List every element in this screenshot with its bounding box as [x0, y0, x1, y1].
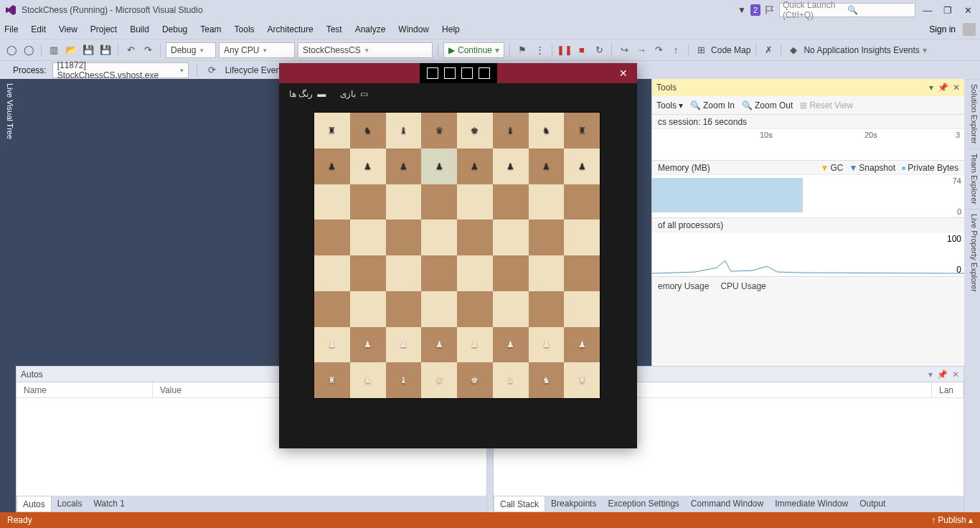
chess-piece[interactable]: ♟ [542, 162, 550, 171]
solution-explorer-tab[interactable]: Solution Explorer [964, 79, 980, 148]
board-square[interactable] [314, 184, 350, 220]
panel-pin-icon[interactable]: 📌 [938, 82, 948, 93]
redo-icon[interactable]: ↷ [141, 43, 155, 57]
board-square[interactable] [457, 255, 493, 291]
board-square[interactable] [314, 255, 350, 291]
board-square[interactable]: ♝ [386, 362, 422, 398]
feedback-flag-icon[interactable] [765, 5, 775, 15]
board-square[interactable]: ♟ [386, 327, 422, 363]
chess-piece[interactable]: ♚ [471, 126, 479, 135]
codemap-icon[interactable]: ⊞ [694, 43, 708, 57]
cpu-chart[interactable]: 100 0 [652, 232, 964, 277]
board-square[interactable] [529, 220, 565, 255]
chess-piece[interactable]: ♟ [328, 162, 336, 171]
platform-combo[interactable]: Any CPU▾ [219, 42, 295, 58]
chess-piece[interactable]: ♞ [364, 376, 372, 385]
chess-piece[interactable]: ♟ [578, 162, 586, 171]
step-into-icon[interactable]: → [634, 43, 649, 57]
step-next-icon[interactable]: ↪ [617, 43, 631, 57]
continue-button[interactable]: ▶ Continue ▾ [443, 42, 504, 58]
board-square[interactable]: ♚ [457, 362, 493, 398]
menu-help[interactable]: Help [442, 24, 460, 34]
process-combo[interactable]: [11872] StockChessCS.vshost.exe▾ [52, 62, 189, 78]
cs-pin-icon[interactable]: 📌 [937, 369, 948, 380]
close-button[interactable]: ✕ [960, 5, 976, 16]
board-square[interactable] [386, 220, 422, 255]
chess-piece[interactable]: ♛ [435, 126, 443, 135]
chess-piece[interactable]: ♟ [364, 340, 372, 349]
panel-menu-icon[interactable]: ▾ [929, 82, 933, 93]
restore-button[interactable]: ❐ [940, 5, 956, 16]
menu-view[interactable]: View [59, 24, 77, 34]
app-close-button[interactable]: ✕ [613, 67, 634, 79]
publish-button[interactable]: ↑ Publish ▴ [931, 515, 973, 525]
menu-edit[interactable]: Edit [31, 24, 46, 34]
chess-piece[interactable]: ♝ [507, 376, 514, 385]
chess-piece[interactable]: ♟ [435, 162, 443, 171]
pause-icon[interactable]: ❚❚ [557, 43, 572, 57]
board-square[interactable]: ♟ [493, 148, 529, 184]
board-square[interactable]: ♝ [386, 113, 422, 148]
autos-col-name[interactable]: Name [17, 382, 153, 397]
save-icon[interactable]: 💾 [81, 43, 95, 57]
chess-piece[interactable]: ♟ [435, 340, 443, 349]
board-square[interactable]: ♟ [493, 327, 529, 363]
diag-tab-cpu[interactable]: CPU Usage [720, 281, 765, 291]
account-icon[interactable] [963, 23, 976, 36]
chess-piece[interactable]: ♝ [400, 126, 407, 135]
live-tool-3-icon[interactable] [461, 67, 473, 79]
diag-tools-dropdown[interactable]: Tools ▾ [656, 100, 683, 110]
chess-piece[interactable]: ♟ [578, 340, 586, 349]
board-square[interactable] [493, 184, 529, 220]
board-square[interactable]: ♚ [457, 113, 493, 148]
board-square[interactable] [493, 255, 529, 291]
board-square[interactable] [350, 220, 386, 255]
tool-icon-x[interactable]: ✗ [761, 43, 776, 57]
tab-exception[interactable]: Exception Settings [602, 496, 684, 512]
chess-piece[interactable]: ♞ [542, 126, 550, 135]
tab-watch1[interactable]: Watch 1 [88, 496, 131, 512]
board-square[interactable]: ♝ [493, 362, 529, 398]
new-project-icon[interactable]: ▥ [47, 43, 61, 57]
chess-piece[interactable]: ♜ [578, 376, 586, 385]
board-square[interactable]: ♜ [564, 113, 600, 148]
board-square[interactable]: ♜ [314, 362, 350, 398]
diag-tab-memory[interactable]: emory Usage [658, 281, 709, 291]
board-square[interactable]: ♟ [314, 327, 350, 363]
live-visual-tree-tab[interactable]: Live Visual Tree [0, 79, 16, 512]
chess-board[interactable]: ♜♞♝♛♚♝♞♜♟♟♟♟♟♟♟♟♟♟♟♟♟♟♟♟♜♞♝♛♚♝♞♜ [314, 112, 600, 399]
board-square[interactable] [386, 291, 422, 327]
board-square[interactable]: ♟ [457, 327, 493, 363]
live-property-explorer-tab[interactable]: Live Property Explorer [964, 209, 980, 296]
nav-fwd-icon[interactable]: ◯ [22, 43, 36, 57]
diag-timeline[interactable]: 10s 20s 3 [652, 129, 964, 161]
tool-icon-1[interactable]: ⚑ [515, 43, 529, 57]
lifecycle-label[interactable]: Lifecycle Events [225, 65, 288, 75]
chess-piece[interactable]: ♞ [542, 376, 550, 385]
notification-badge[interactable]: 2 [750, 4, 760, 16]
chess-piece[interactable]: ♟ [542, 340, 550, 349]
team-explorer-tab[interactable]: Team Explorer [964, 148, 980, 209]
codemap-label[interactable]: Code Map [711, 45, 750, 55]
tool-icon-2[interactable]: ⋮ [532, 43, 547, 57]
tab-command[interactable]: Command Window [685, 496, 769, 512]
live-tool-1-icon[interactable] [427, 67, 438, 79]
board-square[interactable] [350, 184, 386, 220]
menu-file[interactable]: File [4, 24, 18, 34]
chess-piece[interactable]: ♞ [364, 126, 372, 135]
menu-build[interactable]: Build [130, 24, 149, 34]
quick-launch-input[interactable]: Quick Launch (Ctrl+Q) 🔍 [779, 3, 915, 17]
step-out-icon[interactable]: ↑ [669, 43, 683, 57]
chess-piece[interactable]: ♟ [328, 340, 336, 349]
tab-immediate[interactable]: Immediate Window [769, 496, 854, 512]
board-square[interactable] [493, 291, 529, 327]
zoom-in-button[interactable]: 🔍 Zoom In [690, 100, 735, 110]
board-square[interactable]: ♞ [350, 362, 386, 398]
board-square[interactable]: ♛ [421, 362, 457, 398]
insights-label[interactable]: No Application Insights Events [804, 45, 919, 55]
insights-icon[interactable]: ◆ [786, 43, 801, 57]
chess-piece[interactable]: ♜ [328, 376, 336, 385]
board-square[interactable]: ♟ [314, 148, 350, 184]
board-square[interactable]: ♞ [529, 362, 565, 398]
chess-piece[interactable]: ♟ [507, 162, 514, 171]
